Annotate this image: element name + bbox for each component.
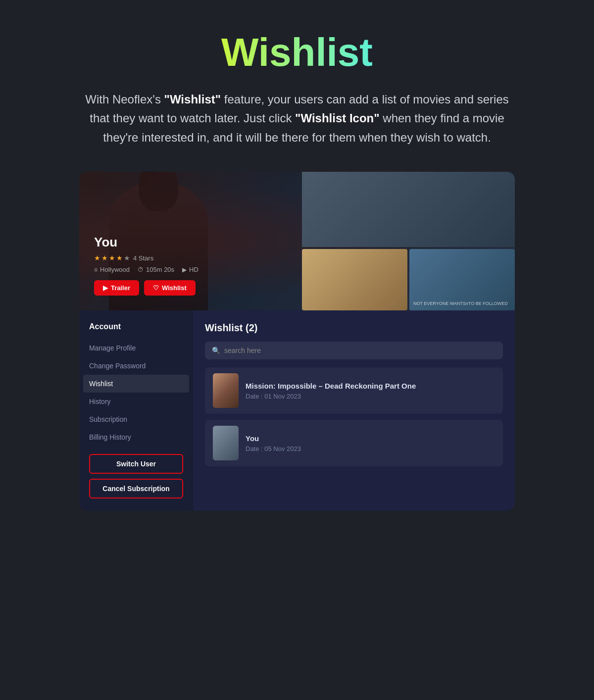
banner-top-strip xyxy=(302,172,515,247)
sidebar-buttons: Switch User Cancel Subscription xyxy=(79,446,193,499)
thumb-mi-bg xyxy=(213,373,239,408)
meta-genre: ≡ Hollywood xyxy=(94,266,130,273)
movie-meta: ≡ Hollywood ⏱ 105m 20s ▶ HD xyxy=(94,266,198,273)
wishlist-items: Mission: Impossible – Dead Reckoning Par… xyxy=(205,367,503,466)
heart-icon: ♡ xyxy=(153,284,159,292)
banner-thumb-1 xyxy=(302,249,407,310)
clock-icon: ⏱ xyxy=(138,266,144,273)
wishlist-item: You Date : 05 Nov 2023 xyxy=(205,420,503,466)
cancel-subscription-button[interactable]: Cancel Subscription xyxy=(89,479,183,499)
star-5: ★ xyxy=(124,254,130,262)
movie-title: You xyxy=(94,235,198,250)
duration-label: 105m 20s xyxy=(146,266,174,273)
quality-label: HD xyxy=(189,266,198,273)
banner-thumbnails xyxy=(302,172,515,310)
trailer-icon: ▶ xyxy=(103,284,108,292)
wishlist-item-date-2: Date : 05 Nov 2023 xyxy=(246,445,495,452)
ui-showcase: You ★ ★ ★ ★ ★ 4 Stars ≡ Hollywood xyxy=(79,172,515,510)
film-icon: ≡ xyxy=(94,266,98,273)
search-input[interactable] xyxy=(224,347,496,354)
movie-info: You ★ ★ ★ ★ ★ 4 Stars ≡ Hollywood xyxy=(94,235,198,296)
wishlist-item-date-1: Date : 01 Nov 2023 xyxy=(246,393,495,400)
star-1: ★ xyxy=(94,254,100,262)
desc-bold1: "Wishlist" xyxy=(164,93,221,106)
wishlist-item-info-2: You Date : 05 Nov 2023 xyxy=(246,434,495,452)
wishlist-item-info-1: Mission: Impossible – Dead Reckoning Par… xyxy=(246,382,495,400)
thumb-you-bg xyxy=(213,426,239,460)
wishlist-item: Mission: Impossible – Dead Reckoning Par… xyxy=(205,367,503,414)
genre-label: Hollywood xyxy=(100,266,130,273)
sidebar-nav: Manage Profile Change Password Wishlist … xyxy=(79,339,193,446)
star-4: ★ xyxy=(116,254,123,262)
wishlist-title: Wishlist (2) xyxy=(205,322,503,334)
sidebar-item-wishlist[interactable]: Wishlist xyxy=(83,375,189,393)
sidebar-item-history[interactable]: History xyxy=(79,393,193,410)
play-icon: ▶ xyxy=(182,266,187,273)
wishlist-button[interactable]: ♡ Wishlist xyxy=(144,280,196,296)
wishlist-item-title-1: Mission: Impossible – Dead Reckoning Par… xyxy=(246,382,495,390)
account-label: Account xyxy=(79,322,193,339)
banner-bottom-row xyxy=(302,249,515,310)
movie-actions: ▶ Trailer ♡ Wishlist xyxy=(94,280,198,296)
sidebar-item-change-password[interactable]: Change Password xyxy=(79,357,193,375)
sidebar-item-billing-history[interactable]: Billing History xyxy=(79,428,193,446)
page-wrapper: Wishlist With Neoflex's "Wishlist" featu… xyxy=(50,0,544,550)
stars-row: ★ ★ ★ ★ ★ xyxy=(94,254,130,262)
wishlist-thumb-mi xyxy=(213,373,239,408)
wishlist-panel: Wishlist (2) 🔍 Mission: Impossible – Dea… xyxy=(193,310,515,510)
sidebar-item-manage-profile[interactable]: Manage Profile xyxy=(79,339,193,357)
search-icon: 🔍 xyxy=(212,347,220,354)
page-description: With Neoflex's "Wishlist" feature, your … xyxy=(84,90,510,147)
desc-bold2: "Wishlist Icon" xyxy=(295,111,380,125)
search-box[interactable]: 🔍 xyxy=(205,342,503,359)
movie-rating: ★ ★ ★ ★ ★ 4 Stars xyxy=(94,254,198,262)
star-2: ★ xyxy=(101,254,108,262)
star-3: ★ xyxy=(109,254,115,262)
wishlist-thumb-you xyxy=(213,426,239,460)
trailer-button[interactable]: ▶ Trailer xyxy=(94,280,139,296)
sidebar-item-subscription[interactable]: Subscription xyxy=(79,410,193,428)
stars-label: 4 Stars xyxy=(133,254,153,262)
wishlist-item-title-2: You xyxy=(246,434,495,443)
banner-thumb-2 xyxy=(409,249,515,310)
meta-duration: ⏱ 105m 20s xyxy=(138,266,174,273)
page-title: Wishlist xyxy=(221,30,373,75)
meta-quality: ▶ HD xyxy=(182,266,198,273)
bottom-panel: Account Manage Profile Change Password W… xyxy=(79,310,515,510)
movie-banner: You ★ ★ ★ ★ ★ 4 Stars ≡ Hollywood xyxy=(79,172,515,310)
switch-user-button[interactable]: Switch User xyxy=(89,454,183,474)
sidebar: Account Manage Profile Change Password W… xyxy=(79,310,193,510)
desc-plain: With Neoflex's xyxy=(85,93,164,106)
